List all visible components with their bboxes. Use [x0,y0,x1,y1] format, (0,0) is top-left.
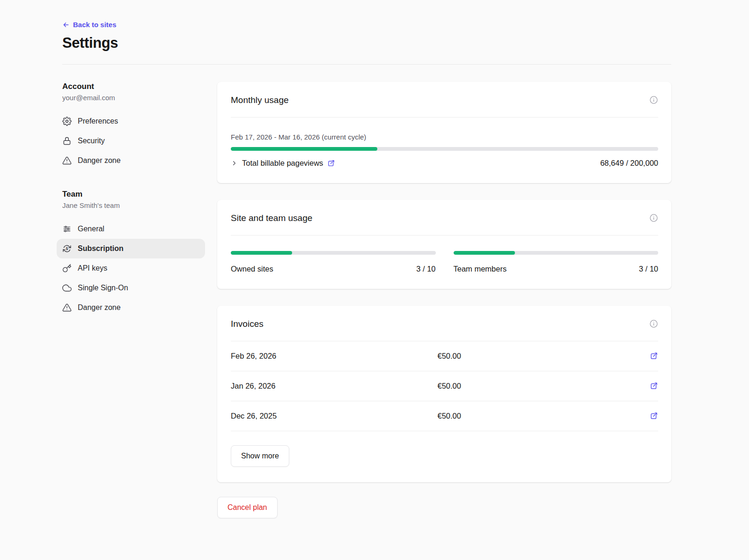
sidebar-section-team: Team Jane Smith's team General Subscript… [62,190,205,317]
key-icon [62,264,72,273]
site-team-usage-card: Site and team usage Owned sites 3 / 10 [217,200,671,289]
team-heading: Team [62,190,205,199]
arrow-left-icon [62,21,70,29]
owned-sites-progress-track [231,251,436,255]
account-email: your@email.com [62,94,205,102]
cloud-icon [62,283,72,293]
sidebar-item-label: Single Sign-On [78,284,128,292]
sidebar-item-general[interactable]: General [57,219,205,239]
warning-triangle-icon [62,303,72,312]
pageviews-row-label: Total billable pageviews [242,159,323,168]
team-members-progress-track [454,251,659,255]
sidebar-item-api-keys[interactable]: API keys [57,258,205,278]
info-icon[interactable] [649,214,658,222]
owned-sites-meter: Owned sites 3 / 10 [231,251,436,273]
owned-sites-progress-fill [231,251,292,255]
pageviews-usage-value: 68,649 / 200,000 [600,159,658,168]
sidebar-item-subscription[interactable]: Subscription [57,239,205,258]
dollar-refresh-icon [62,244,72,253]
sidebar-section-account: Account your@email.com Preferences Secur… [62,82,205,170]
pageviews-progress-track [231,147,658,151]
page-title: Settings [62,35,671,52]
team-members-meter: Team members 3 / 10 [454,251,659,273]
invoice-amount: €50.00 [438,412,645,420]
sidebar-item-single-sign-on[interactable]: Single Sign-On [57,278,205,298]
show-more-button[interactable]: Show more [231,445,289,467]
sidebar-item-danger-zone-team[interactable]: Danger zone [57,298,205,317]
invoice-amount: €50.00 [438,352,645,361]
warning-triangle-icon [62,156,72,165]
invoices-title: Invoices [231,319,264,329]
invoice-amount: €50.00 [438,382,645,391]
owned-sites-value: 3 / 10 [416,265,435,273]
lock-icon [62,136,72,146]
team-members-value: 3 / 10 [639,265,658,273]
subscription-settings-main: Monthly usage Feb 17, 2026 - Mar 16, 202… [217,82,671,518]
invoice-date: Dec 26, 2025 [231,412,438,420]
sidebar-item-preferences[interactable]: Preferences [57,111,205,131]
monthly-usage-card: Monthly usage Feb 17, 2026 - Mar 16, 202… [217,82,671,183]
sidebar-item-label: Danger zone [78,156,121,165]
invoice-row: Feb 26, 2026 €50.00 [231,341,658,371]
gear-icon [62,117,72,126]
site-team-usage-title: Site and team usage [231,213,312,223]
invoice-row: Jan 26, 2026 €50.00 [231,371,658,401]
header-divider [62,64,671,65]
back-to-sites-link[interactable]: Back to sites [62,21,117,29]
invoices-card: Invoices Feb 26, 2026 €50.00 Jan 26, 202… [217,306,671,482]
billing-cycle-label: Feb 17, 2026 - Mar 16, 2026 (current cyc… [231,133,658,141]
settings-page: Back to sites Settings Account your@emai… [0,0,749,546]
total-billable-pageviews-toggle[interactable]: Total billable pageviews [231,159,335,168]
sidebar-item-danger-zone-account[interactable]: Danger zone [57,151,205,170]
chevron-right-icon [231,160,238,167]
external-link-icon[interactable] [327,159,335,167]
back-link-label: Back to sites [73,21,117,29]
sidebar-item-label: Subscription [78,244,124,253]
invoice-row: Dec 26, 2025 €50.00 [231,401,658,431]
team-members-progress-fill [454,251,515,255]
sidebar-item-security[interactable]: Security [57,131,205,151]
invoice-date: Jan 26, 2026 [231,382,438,391]
sidebar-item-label: API keys [78,264,107,273]
info-icon[interactable] [649,319,658,328]
invoice-external-link-icon[interactable] [650,412,658,420]
team-name: Jane Smith's team [62,201,205,209]
sliders-icon [62,224,72,234]
invoice-external-link-icon[interactable] [650,352,658,360]
team-members-label: Team members [454,265,507,273]
owned-sites-label: Owned sites [231,265,273,273]
sidebar-item-label: Danger zone [78,303,121,312]
account-heading: Account [62,82,205,91]
sidebar-item-label: General [78,225,104,233]
sidebar-item-label: Security [78,137,105,145]
cancel-plan-button[interactable]: Cancel plan [217,497,278,518]
invoice-date: Feb 26, 2026 [231,352,438,361]
pageviews-progress-fill [231,147,377,151]
settings-sidebar: Account your@email.com Preferences Secur… [62,82,205,317]
monthly-usage-title: Monthly usage [231,95,289,105]
invoice-external-link-icon[interactable] [650,382,658,390]
sidebar-item-label: Preferences [78,117,118,125]
info-icon[interactable] [649,96,658,104]
